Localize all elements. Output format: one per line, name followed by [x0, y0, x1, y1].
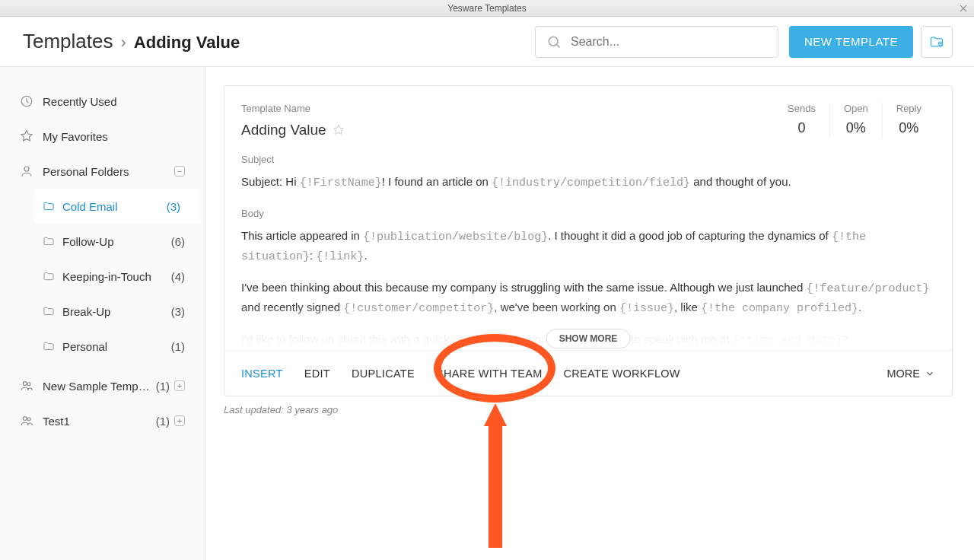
stat-open: Open 0%	[829, 103, 882, 138]
sidebar-folder-label: Break-Up	[62, 305, 165, 318]
sidebar-folder-keeping-in-touch[interactable]: Keeping-in-Touch (4)	[35, 259, 205, 294]
text: Subject: Hi	[241, 175, 300, 188]
search-box[interactable]	[535, 26, 778, 58]
action-edit[interactable]: EDIT	[304, 368, 330, 380]
text: This article appeared in	[241, 229, 363, 242]
window-close-button[interactable]	[953, 0, 974, 17]
sidebar: Recently Used My Favorites Personal Fold…	[0, 67, 205, 560]
sidebar-personal-folder-list: Cold Email (3) Follow-Up (6) Keeping-in-…	[0, 189, 205, 364]
show-more-button[interactable]: SHOW MORE	[546, 329, 631, 348]
stat-reply: Reply 0%	[882, 103, 935, 138]
header: Templates › Adding Value NEW TEMPLATE	[0, 17, 974, 67]
last-updated: Last updated: 3 years ago	[224, 404, 953, 415]
clock-icon	[20, 94, 33, 108]
sidebar-folder-count: (4)	[171, 270, 185, 283]
text: and thought of you.	[690, 175, 791, 188]
close-icon	[958, 3, 969, 14]
sidebar-item-label: Personal Folders	[43, 165, 174, 178]
svg-point-7	[27, 418, 30, 421]
window-title: Yesware Templates	[447, 3, 526, 14]
star-outline-icon[interactable]	[333, 124, 345, 136]
svg-point-3	[24, 167, 29, 171]
new-folder-button[interactable]	[921, 26, 953, 58]
sidebar-folder-follow-up[interactable]: Follow-Up (6)	[35, 224, 205, 259]
template-actions: INSERT EDIT DUPLICATE SHARE WITH TEAM CR…	[224, 350, 952, 396]
svg-point-4	[23, 382, 27, 386]
star-icon	[20, 129, 33, 143]
breadcrumb-current: Adding Value	[134, 33, 240, 52]
expand-toggle[interactable]: +	[174, 415, 185, 426]
stat-value: 0	[788, 120, 816, 136]
placeholder-token: {!feature/product}	[806, 282, 929, 295]
new-template-button[interactable]: NEW TEMPLATE	[789, 26, 913, 58]
folder-icon	[43, 270, 55, 282]
action-share-with-team[interactable]: SHARE WITH TEAM	[436, 368, 543, 380]
text: ! I found an article on	[382, 175, 492, 188]
sidebar-folder-count: (6)	[171, 235, 185, 248]
action-create-workflow[interactable]: CREATE WORKFLOW	[564, 368, 680, 380]
sidebar-folder-personal[interactable]: Personal (1)	[35, 329, 205, 364]
template-stats: Sends 0 Open 0% Reply 0%	[774, 103, 935, 138]
sidebar-item-label: Recently Used	[43, 95, 185, 108]
sidebar-folder-count: (3)	[171, 305, 185, 318]
sidebar-folder-label: Personal	[62, 340, 165, 353]
subject-text: Subject: Hi {!FirstName}! I found an art…	[241, 173, 935, 192]
template-card: Template Name Adding Value Sends 0 Open …	[224, 85, 953, 396]
placeholder-token: {!link}	[316, 250, 364, 263]
sidebar-folder-label: Cold Email	[62, 200, 161, 213]
sidebar-folder-break-up[interactable]: Break-Up (3)	[35, 294, 205, 329]
sidebar-folder-count: (3)	[167, 200, 180, 213]
action-more[interactable]: MORE	[887, 368, 936, 380]
svg-point-0	[549, 37, 558, 46]
breadcrumb: Templates › Adding Value	[23, 30, 535, 53]
sidebar-folder-count: (1)	[156, 380, 170, 393]
placeholder-token: {!industry/competition/field}	[492, 177, 690, 189]
sidebar-team-folder-new-sample[interactable]: New Sample Templa... (1) +	[0, 368, 205, 403]
stat-value: 0%	[844, 120, 868, 136]
search-icon	[546, 34, 562, 49]
sidebar-folder-label: Test1	[43, 415, 150, 428]
svg-point-6	[23, 417, 27, 421]
sidebar-folder-count: (1)	[171, 340, 185, 353]
stat-label: Open	[844, 103, 868, 114]
chevron-right-icon: ›	[121, 33, 126, 52]
sidebar-folder-label: New Sample Templa...	[43, 380, 150, 393]
placeholder-token: {!publication/website/blog}	[363, 231, 548, 243]
expand-toggle[interactable]: +	[174, 380, 185, 391]
sidebar-my-favorites[interactable]: My Favorites	[0, 119, 205, 154]
stat-label: Reply	[896, 103, 921, 114]
text: . I thought it did a good job of capturi…	[548, 229, 832, 242]
action-more-label: MORE	[887, 368, 921, 380]
people-icon	[20, 414, 33, 428]
template-name: Adding Value	[241, 122, 326, 138]
stat-value: 0%	[896, 120, 921, 136]
action-duplicate[interactable]: DUPLICATE	[352, 368, 415, 380]
search-input[interactable]	[571, 35, 767, 49]
chevron-down-icon	[925, 368, 935, 379]
breadcrumb-root[interactable]: Templates	[23, 30, 113, 53]
content: Template Name Adding Value Sends 0 Open …	[205, 67, 974, 560]
sidebar-folder-count: (1)	[156, 415, 170, 428]
collapse-toggle[interactable]: −	[174, 166, 185, 177]
folder-plus-icon	[929, 34, 944, 49]
person-icon	[20, 164, 33, 178]
sidebar-folder-cold-email[interactable]: Cold Email (3)	[35, 189, 200, 224]
subject-label: Subject	[241, 154, 935, 165]
sidebar-folder-label: Follow-Up	[62, 235, 165, 248]
text: I've been thinking about this because my…	[241, 281, 806, 294]
folder-icon	[43, 235, 55, 247]
placeholder-token: {!FirstName}	[300, 177, 382, 189]
folder-icon	[43, 340, 55, 352]
action-insert[interactable]: INSERT	[241, 368, 283, 380]
svg-point-5	[27, 383, 30, 386]
sidebar-item-label: My Favorites	[43, 130, 185, 143]
sidebar-folder-label: Keeping-in-Touch	[62, 270, 165, 283]
sidebar-personal-folders[interactable]: Personal Folders −	[0, 154, 205, 189]
sidebar-recently-used[interactable]: Recently Used	[0, 84, 205, 119]
text: .	[364, 249, 367, 262]
sidebar-team-folder-test1[interactable]: Test1 (1) +	[0, 403, 205, 438]
stat-sends: Sends 0	[774, 103, 829, 138]
folder-icon	[43, 200, 55, 212]
body-label: Body	[241, 208, 935, 219]
window-title-bar: Yesware Templates	[0, 0, 974, 17]
